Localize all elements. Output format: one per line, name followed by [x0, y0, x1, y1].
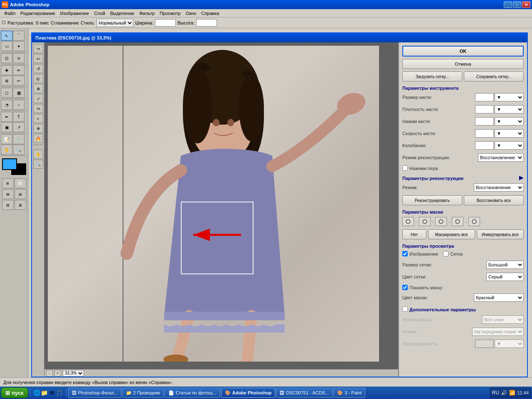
- brush-speed-input[interactable]: 80: [475, 129, 494, 138]
- liquify-freeze-mask[interactable]: ❄: [33, 124, 43, 133]
- brush-pressure-select[interactable]: ▼: [495, 117, 524, 126]
- notes-tool[interactable]: 📝: [1, 134, 12, 144]
- brush-size-select[interactable]: ▼: [495, 93, 524, 101]
- menu-view[interactable]: Просмотр: [157, 10, 183, 17]
- slice-tool[interactable]: ⧄: [13, 53, 25, 63]
- grid-size-select[interactable]: Большой: [486, 261, 524, 269]
- gradient-tool[interactable]: ▦: [13, 88, 25, 98]
- restore-all-button[interactable]: Восстановить все: [464, 195, 524, 205]
- pen-tool[interactable]: ✒: [1, 112, 12, 122]
- stylus-pressure-checkbox[interactable]: [402, 165, 408, 171]
- mask-all-button[interactable]: Маскировать все: [428, 229, 475, 239]
- reconstruct-expand-icon[interactable]: ▶: [519, 174, 524, 181]
- mask-icon-3[interactable]: [435, 217, 447, 226]
- width-input[interactable]: [155, 19, 176, 27]
- load-mesh-button[interactable]: Загрузить сетку...: [402, 71, 462, 81]
- canvas-area[interactable]: - + 33,3%: [44, 42, 398, 377]
- shape-tool[interactable]: ▣: [1, 122, 12, 132]
- liquify-bloat[interactable]: ⊕: [33, 84, 43, 93]
- stamp-tool[interactable]: ⊕: [1, 76, 12, 86]
- eyedropper-tool[interactable]: 💉: [13, 134, 25, 144]
- menu-file[interactable]: Файл: [2, 10, 18, 17]
- taskbar-item-0[interactable]: 🖼 Photoshop-Фильт...: [68, 388, 121, 398]
- lasso-tool[interactable]: ⌒: [13, 31, 25, 41]
- opacity-select[interactable]: ▼: [495, 340, 524, 348]
- mask-icon-5[interactable]: [468, 217, 480, 226]
- magic-wand[interactable]: ✦: [13, 41, 25, 51]
- liquify-reflection[interactable]: ⥤: [33, 104, 43, 113]
- brush-pressure-input[interactable]: 100: [475, 117, 494, 126]
- zoom-tool[interactable]: 🔍: [13, 145, 25, 155]
- cancel-button[interactable]: Отмена: [402, 59, 524, 69]
- extra-btn1[interactable]: ▤: [2, 189, 14, 199]
- none-button[interactable]: Нет: [402, 229, 426, 239]
- image-checkbox[interactable]: [402, 251, 408, 256]
- liquify-turbulence[interactable]: ≈: [33, 114, 43, 123]
- marquee-tool[interactable]: ▭: [1, 41, 12, 51]
- invert-all-button[interactable]: Инвертировать все: [477, 229, 524, 239]
- taskbar-item-2[interactable]: 📄 Статьи по фотош...: [165, 388, 220, 398]
- healing-tool[interactable]: ✚: [1, 65, 12, 75]
- save-mesh-button[interactable]: Сохранить сетку...: [464, 71, 524, 81]
- extra-btn3[interactable]: ▥: [2, 200, 14, 210]
- text-tool[interactable]: T: [13, 112, 25, 122]
- liquify-twirl[interactable]: ↺: [33, 64, 43, 73]
- extra-btn4[interactable]: ▥: [15, 200, 26, 210]
- taskbar[interactable]: ⊞ пуск 🌐 📁 ✉ 🎵 🖼 Photoshop-Фильт... 📁 2 …: [0, 387, 532, 399]
- maximize-button[interactable]: □: [513, 1, 521, 8]
- mode2-select[interactable]: На переднем плане: [472, 328, 524, 336]
- liquify-hand[interactable]: ✋: [33, 150, 43, 159]
- mask-icon-1[interactable]: [402, 217, 414, 226]
- brush-speed-select[interactable]: ▼: [495, 129, 524, 138]
- eraser-tool[interactable]: ◻: [1, 88, 12, 98]
- menu-image[interactable]: Изображение: [58, 10, 91, 17]
- menu-edit[interactable]: Редактирование: [18, 10, 58, 17]
- brush-size-input[interactable]: 504: [475, 93, 494, 101]
- path-select[interactable]: ↗: [13, 122, 25, 132]
- liquify-shift[interactable]: ⤢: [33, 94, 43, 103]
- screen-mode-btn[interactable]: ⊞: [2, 178, 14, 188]
- ok-button[interactable]: OK: [402, 46, 524, 57]
- folder-icon[interactable]: 📁: [41, 389, 48, 396]
- mail-icon[interactable]: ✉: [49, 389, 55, 396]
- zoom-in-btn[interactable]: +: [54, 370, 61, 377]
- use-select[interactable]: Все слои: [482, 315, 524, 324]
- zoom-out-btn[interactable]: -: [46, 370, 53, 377]
- menu-filter[interactable]: Фильтр: [137, 10, 157, 17]
- mask-icon-4[interactable]: [452, 217, 463, 226]
- hand-tool[interactable]: ✋: [1, 145, 12, 155]
- zoom-select[interactable]: 33,3%: [63, 370, 84, 377]
- close-button[interactable]: ✕: [522, 1, 530, 8]
- brush-density-input[interactable]: 50: [475, 105, 494, 113]
- liquify-pucker[interactable]: ◎: [33, 74, 43, 83]
- mask-color-select[interactable]: Красный: [474, 293, 524, 302]
- start-button[interactable]: ⊞ пуск: [1, 387, 28, 398]
- style-select[interactable]: Нормальный: [96, 19, 133, 27]
- grid-color-select[interactable]: Серый: [486, 273, 524, 281]
- liquify-zoom[interactable]: 🔍: [33, 160, 43, 169]
- jitter-select[interactable]: ▼: [495, 141, 524, 150]
- grid-checkbox[interactable]: [443, 251, 448, 256]
- menu-help[interactable]: Справка: [199, 10, 222, 17]
- move-tool[interactable]: ↖: [1, 31, 12, 41]
- brush-tool[interactable]: ✏: [13, 65, 25, 75]
- menu-layer[interactable]: Слой: [91, 10, 108, 17]
- mask-icon-2[interactable]: [419, 217, 431, 226]
- media-icon[interactable]: 🎵: [56, 389, 63, 396]
- history-brush[interactable]: ↩: [13, 76, 25, 86]
- liquify-forward-warp[interactable]: ↪: [33, 44, 43, 53]
- liquify-thaw-mask[interactable]: 🔥: [33, 134, 43, 143]
- opacity-input[interactable]: 50: [475, 340, 494, 348]
- brush-density-select[interactable]: ▼: [495, 105, 524, 113]
- menu-select[interactable]: Выделение: [108, 10, 137, 17]
- blur-tool[interactable]: ◔: [1, 100, 12, 110]
- minimize-button[interactable]: _: [504, 1, 512, 8]
- taskbar-item-4[interactable]: 🖼 DSC00751 - ACDS...: [276, 388, 332, 398]
- jitter-input[interactable]: 50: [475, 141, 494, 150]
- reconstruct-button[interactable]: Реконструировать: [402, 195, 462, 205]
- fg-color-swatch[interactable]: [2, 158, 17, 170]
- color-swatch[interactable]: [2, 158, 26, 175]
- mode-select[interactable]: Восстановление: [474, 183, 524, 192]
- show-mask-checkbox[interactable]: [402, 285, 408, 290]
- reconstruct-mode-select[interactable]: Восстановление: [478, 153, 524, 162]
